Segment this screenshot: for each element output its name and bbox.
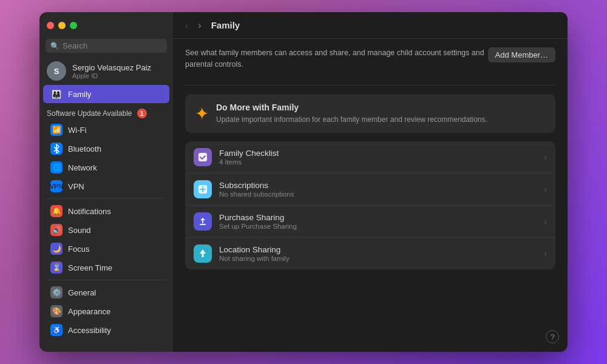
purchase-sharing-subtitle: Set up Purchase Sharing <box>219 223 537 230</box>
promo-icon: ✦ <box>195 104 209 124</box>
focus-icon: 🌙 <box>50 243 63 255</box>
location-sharing-text: Location Sharing Not sharing with family <box>219 245 537 262</box>
purchase-sharing-icon <box>194 212 212 231</box>
subscriptions-subtitle: No shared subscriptions <box>219 190 537 198</box>
search-container: 🔍 Search <box>39 39 173 58</box>
help-button[interactable]: ? <box>546 330 559 343</box>
software-update-badge: 1 <box>137 109 147 118</box>
main-body: Add Member… See what family members can … <box>173 39 568 352</box>
sidebar-item-network[interactable]: 🌐 Network <box>43 158 169 177</box>
sidebar-item-label-network: Network <box>68 163 97 172</box>
family-icon: 👨‍👩‍👧 <box>50 88 63 100</box>
sidebar-item-wifi[interactable]: 📶 Wi-Fi <box>43 121 169 139</box>
sidebar-item-label-screen-time: Screen Time <box>68 263 112 272</box>
checklist-title: Family Checklist <box>219 149 537 158</box>
wifi-icon: 📶 <box>50 124 63 136</box>
page-title: Family <box>211 20 240 30</box>
software-update-section: Software Update Available 1 <box>39 104 173 120</box>
subscriptions-text: Subscriptions No shared subscriptions <box>219 181 537 198</box>
divider-2 <box>47 280 166 280</box>
description-section: Add Member… See what family members can … <box>185 39 555 86</box>
purchase-sharing-title: Purchase Sharing <box>219 213 537 222</box>
user-info: Sergio Velasquez Paiz Apple ID <box>72 63 151 79</box>
sidebar-item-screen-time[interactable]: ⌛ Screen Time <box>43 258 169 277</box>
promo-card: ✦ Do More with Family Update important i… <box>185 94 555 133</box>
sidebar-item-label-appearance: Appearance <box>68 307 110 316</box>
minimize-button[interactable] <box>58 22 66 29</box>
software-update-label: Software Update Available <box>47 109 132 118</box>
sidebar-item-label-bluetooth: Bluetooth <box>68 144 101 153</box>
accessibility-icon: ♿ <box>50 324 63 336</box>
sidebar-item-sound[interactable]: 🔊 Sound <box>43 221 169 239</box>
maximize-button[interactable] <box>70 22 77 29</box>
location-sharing-subtitle: Not sharing with family <box>219 255 537 262</box>
sidebar-item-vpn[interactable]: VPN VPN <box>43 177 169 195</box>
sidebar-item-label-notifications: Notifications <box>68 207 111 216</box>
checklist-icon <box>194 148 212 166</box>
user-subtitle: Apple ID <box>72 72 151 79</box>
avatar: S <box>47 61 66 81</box>
subscriptions-icon <box>194 180 212 198</box>
sidebar-item-label-vpn: VPN <box>68 182 84 191</box>
chevron-icon: › <box>544 249 547 258</box>
vpn-icon: VPN <box>50 180 63 192</box>
titlebar <box>39 12 173 39</box>
sidebar-item-family[interactable]: 👨‍👩‍👧 Family <box>43 85 169 103</box>
divider-1 <box>47 198 166 199</box>
screen-time-icon: ⌛ <box>50 261 63 274</box>
checklist-subtitle: 4 items <box>219 158 537 166</box>
chevron-icon: › <box>544 217 547 226</box>
sidebar-item-label-sound: Sound <box>68 226 91 235</box>
general-icon: ⚙️ <box>50 286 63 298</box>
notifications-icon: 🔔 <box>50 205 63 217</box>
purchase-sharing-text: Purchase Sharing Set up Purchase Sharing <box>219 213 537 230</box>
chevron-icon: › <box>544 152 547 162</box>
sidebar-item-accessibility[interactable]: ♿ Accessibility <box>43 321 169 339</box>
subscriptions-title: Subscriptions <box>219 181 537 190</box>
sidebar-item-label-general: General <box>68 288 96 297</box>
app-window: 🔍 Search S Sergio Velasquez Paiz Apple I… <box>39 12 568 352</box>
sidebar-item-label-family: Family <box>68 90 91 99</box>
user-name: Sergio Velasquez Paiz <box>72 63 151 72</box>
sidebar: 🔍 Search S Sergio Velasquez Paiz Apple I… <box>39 12 173 352</box>
main-wrapper: ‹ › Family Add Member… See what family m… <box>173 12 568 352</box>
svg-rect-2 <box>200 224 206 225</box>
sidebar-item-notifications[interactable]: 🔔 Notifications <box>43 202 169 220</box>
sidebar-item-label-focus: Focus <box>68 244 89 254</box>
sidebar-item-appearance[interactable]: 🎨 Appearance <box>43 302 169 320</box>
add-member-button[interactable]: Add Member… <box>488 47 555 62</box>
list-item-location-sharing[interactable]: Location Sharing Not sharing with family… <box>185 238 555 269</box>
search-placeholder: Search <box>63 41 87 50</box>
sidebar-item-label-wifi: Wi-Fi <box>68 126 86 135</box>
chevron-icon: › <box>544 184 547 194</box>
user-account-item[interactable]: S Sergio Velasquez Paiz Apple ID <box>39 58 173 84</box>
close-button[interactable] <box>47 22 54 29</box>
search-icon: 🔍 <box>50 42 59 50</box>
list-item-subscriptions[interactable]: Subscriptions No shared subscriptions › <box>185 174 555 206</box>
sound-icon: 🔊 <box>50 224 63 236</box>
forward-button[interactable]: › <box>195 19 203 32</box>
sidebar-item-general[interactable]: ⚙️ General <box>43 283 169 302</box>
location-sharing-icon <box>194 244 212 263</box>
bluetooth-icon <box>50 143 63 155</box>
sidebar-item-bluetooth[interactable]: Bluetooth <box>43 140 169 158</box>
promo-title: Do More with Family <box>216 103 487 112</box>
main-header: ‹ › Family <box>173 12 568 39</box>
list-item-purchase-sharing[interactable]: Purchase Sharing Set up Purchase Sharing… <box>185 206 555 238</box>
promo-text: Do More with Family Update important inf… <box>216 103 487 125</box>
list-item-checklist[interactable]: Family Checklist 4 items › <box>185 141 555 174</box>
family-list: Family Checklist 4 items › <box>185 141 555 269</box>
sidebar-item-focus[interactable]: 🌙 Focus <box>43 240 169 258</box>
search-box[interactable]: 🔍 Search <box>46 39 167 53</box>
appearance-icon: 🎨 <box>50 305 63 317</box>
promo-description: Update important information for each fa… <box>216 115 487 125</box>
location-sharing-title: Location Sharing <box>219 245 537 254</box>
checklist-text: Family Checklist 4 items <box>219 149 537 166</box>
main-content: ‹ › Family Add Member… See what family m… <box>173 12 568 352</box>
network-icon: 🌐 <box>50 161 63 174</box>
sidebar-item-label-accessibility: Accessibility <box>68 326 111 335</box>
back-button[interactable]: ‹ <box>183 19 191 32</box>
sidebar-content: S Sergio Velasquez Paiz Apple ID 👨‍👩‍👧 F… <box>39 58 173 352</box>
